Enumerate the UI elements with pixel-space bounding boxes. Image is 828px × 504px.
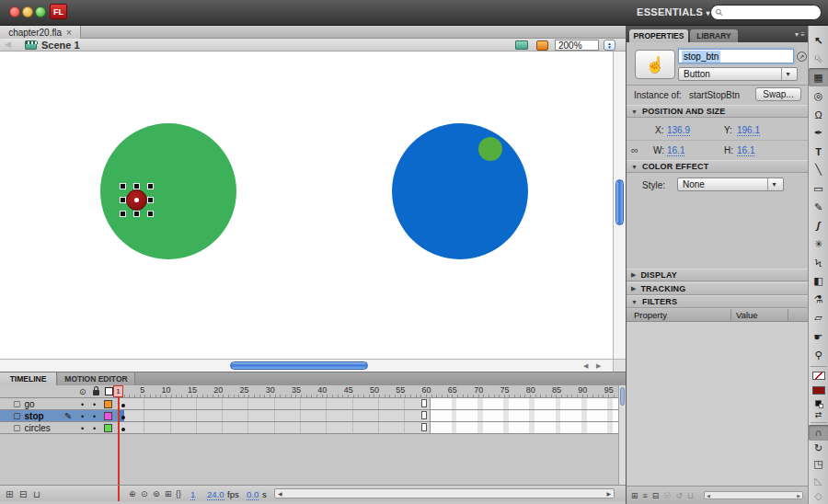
transform-handle-nw[interactable] [120, 183, 126, 189]
edit-multiple-frames-button[interactable]: ⊞ [165, 489, 172, 498]
section-display[interactable]: ▶ DISPLAY [627, 269, 809, 281]
snap-to-objects-option[interactable]: ∩ [809, 425, 828, 441]
document-tab[interactable]: chapter20.fla × [0, 26, 81, 39]
delete-filter-icon[interactable]: ⊔ [687, 491, 694, 500]
swap-button[interactable]: Swap... [755, 87, 801, 101]
frames-row-go[interactable] [119, 398, 618, 410]
y-value[interactable]: 196.1 [737, 125, 760, 136]
scale-option[interactable]: ◳ [809, 456, 828, 472]
tab-properties[interactable]: PROPERTIES [629, 29, 688, 42]
3d-rotation-tool[interactable]: ◎ [809, 86, 828, 105]
layer-color-swatch[interactable] [104, 424, 112, 432]
lasso-tool[interactable]: Ω [809, 106, 828, 124]
section-color-effect[interactable]: ▼ COLOR EFFECT [627, 160, 809, 173]
timeline-vscroll-thumb[interactable] [620, 387, 625, 406]
layer-name[interactable]: circles [25, 423, 51, 433]
clipboard-icon[interactable]: ⊟ [652, 491, 660, 500]
edit-scene-button[interactable] [515, 40, 528, 50]
empty-frames[interactable] [431, 410, 618, 421]
bone-tool[interactable]: Ϟ [809, 254, 828, 272]
edit-symbols-button[interactable] [536, 40, 548, 51]
pen-tool[interactable]: ✒ [809, 124, 828, 143]
timeline-vertical-scrollbar[interactable] [618, 385, 626, 485]
scroll-right-icon[interactable]: ▶ [797, 493, 800, 498]
new-layer-button[interactable]: ⊞ [6, 489, 13, 499]
h-value[interactable]: 16.1 [737, 145, 754, 156]
rectangle-tool[interactable]: ▭ [809, 179, 828, 198]
layer-lock-dot[interactable]: • [93, 412, 96, 421]
go-button-instance[interactable] [478, 137, 502, 161]
show-hide-all-layers-icon[interactable]: ⊙ [79, 387, 86, 396]
vertical-scroll-thumb[interactable] [615, 179, 624, 225]
transform-handle-ne[interactable] [147, 183, 154, 189]
frames-row-stop[interactable] [119, 410, 618, 422]
frame-span[interactable] [119, 398, 431, 409]
w-value[interactable]: 16.1 [667, 145, 684, 156]
onion-skin-button[interactable]: ⊙ [141, 489, 148, 498]
default-colors-button[interactable] [809, 397, 828, 408]
playhead-marker[interactable]: 1 [113, 385, 123, 397]
layer-lock-dot[interactable]: • [93, 400, 96, 409]
add-filter-icon[interactable]: ⊞ [631, 491, 638, 500]
minimize-window-button[interactable] [22, 6, 33, 17]
playhead-line[interactable] [118, 385, 120, 488]
hand-tool[interactable]: ☛ [809, 327, 828, 346]
breadcrumb[interactable]: Scene 1 [41, 40, 80, 51]
scroll-right-icon[interactable]: ▶ [596, 362, 601, 369]
layer-name[interactable]: stop [25, 411, 44, 421]
fill-color-control[interactable] [809, 384, 828, 397]
layer-visibility-dot[interactable]: • [81, 412, 84, 421]
swap-colors-button[interactable]: ⇄ [809, 408, 828, 419]
selection-tool[interactable]: ↖ [809, 31, 828, 50]
filters-table-body[interactable] [627, 322, 809, 486]
section-filters[interactable]: ▼ FILTERS [627, 295, 809, 308]
panel-menu-icon[interactable]: ▾ ≡ [795, 30, 805, 39]
frame-span[interactable] [119, 422, 431, 433]
transform-handle-sw[interactable] [120, 211, 126, 217]
symbol-type-dropdown[interactable]: Button ▾ [678, 67, 798, 81]
text-tool[interactable]: T [809, 143, 828, 161]
timeline-horizontal-scrollbar[interactable]: ◀ ▶ [274, 488, 615, 498]
property-column-header[interactable]: Property [627, 309, 731, 322]
scroll-left-icon[interactable]: ◀ [583, 362, 588, 369]
line-tool[interactable]: ╲ [809, 161, 828, 179]
free-transform-tool[interactable]: ▦ [809, 68, 828, 86]
presets-icon[interactable]: ≡ [643, 491, 648, 500]
enable-filter-icon[interactable]: ☉ [663, 491, 671, 500]
transform-handle-w[interactable] [120, 197, 126, 203]
layer-color-swatch[interactable] [104, 412, 112, 420]
link-wh-icon[interactable]: ∞ [631, 144, 638, 155]
zoom-stepper[interactable]: ▴ ▾ [604, 40, 615, 51]
transform-handle-se[interactable] [147, 211, 154, 217]
blue-circle[interactable] [392, 123, 528, 259]
rotate-skew-option[interactable]: ↻ [809, 441, 828, 456]
stage-zoom-input[interactable]: 200% [555, 40, 599, 51]
transform-handle-n[interactable] [133, 183, 140, 189]
distort-option[interactable]: ◺ [809, 472, 828, 487]
lock-all-layers-icon[interactable] [93, 390, 99, 395]
layer-row-stop[interactable]: ▢ stop ✎ • • [0, 410, 118, 422]
subselection-tool[interactable]: ↖ [809, 50, 828, 68]
search-input[interactable]: ⚲ [710, 5, 822, 20]
transform-handle-s[interactable] [133, 211, 140, 217]
workspace-switcher[interactable]: ESSENTIALS ▾ [637, 6, 710, 17]
scroll-right-icon[interactable]: ▶ [606, 490, 611, 497]
section-tracking[interactable]: ▶ TRACKING [627, 282, 809, 295]
paint-bucket-tool[interactable]: ◧ [809, 272, 828, 291]
scroll-left-icon[interactable]: ◀ [707, 493, 710, 498]
eyedropper-tool[interactable]: ⚗ [809, 291, 828, 309]
deco-tool[interactable]: ✳ [809, 235, 828, 253]
back-arrow-icon[interactable]: ◀ [5, 40, 11, 49]
elapsed-time-field[interactable]: 0.0 [247, 489, 259, 500]
current-frame-field[interactable]: 1 [190, 489, 195, 500]
close-window-button[interactable] [9, 6, 20, 17]
new-folder-button[interactable]: ⊟ [19, 489, 27, 499]
empty-frames[interactable] [431, 398, 618, 409]
section-position-and-size[interactable]: ▼ POSITION AND SIZE [627, 105, 809, 118]
zoom-tool[interactable]: ⚲ [809, 346, 828, 364]
stage[interactable] [0, 52, 613, 359]
layer-lock-dot[interactable]: • [93, 424, 96, 433]
envelope-option[interactable]: ◇ [809, 488, 828, 504]
style-dropdown[interactable]: None ▾ [677, 178, 784, 191]
scroll-left-icon[interactable]: ◀ [278, 490, 282, 497]
